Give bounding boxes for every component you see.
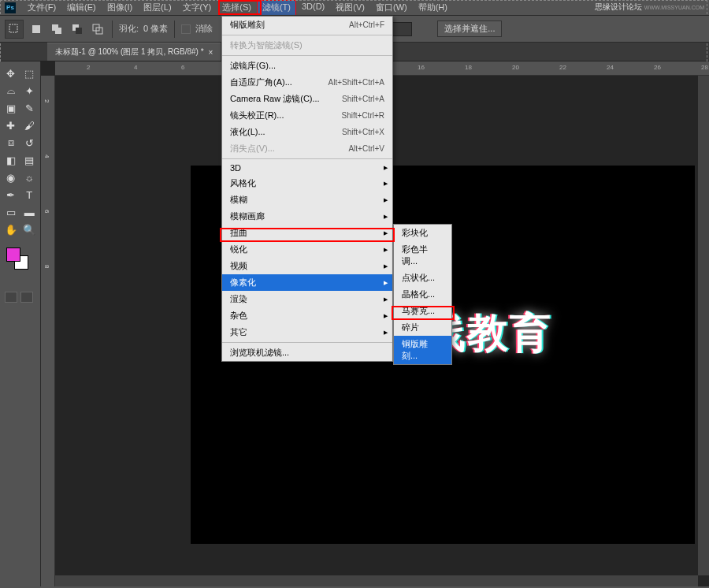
tool-hand[interactable]: ✋: [2, 221, 20, 238]
svg-rect-3: [55, 28, 61, 34]
menu-item-杂色[interactable]: 杂色: [222, 307, 392, 324]
submenu-item-3[interactable]: 晶格化...: [394, 286, 451, 303]
menu-item-渲染[interactable]: 渲染: [222, 291, 392, 307]
menu-item-模糊[interactable]: 模糊: [222, 192, 392, 208]
menu-item-filter-g1-3[interactable]: 镜头校正(R)...Shift+Ctrl+R: [222, 107, 392, 124]
menu-item-filter-g1-4[interactable]: 液化(L)...Shift+Ctrl+X: [222, 124, 392, 140]
tool-healing[interactable]: ✚: [2, 117, 20, 134]
tool-marquee[interactable]: ⬚: [20, 65, 39, 82]
menu-item-filter-g1-1[interactable]: 自适应广角(A)...Alt+Shift+Ctrl+A: [222, 74, 392, 91]
menu-item-视频[interactable]: 视频: [222, 258, 392, 274]
svg-rect-0: [9, 24, 17, 32]
tool-move[interactable]: ✥: [2, 65, 20, 82]
scrollbar-horizontal[interactable]: [55, 575, 698, 586]
tool-stamp[interactable]: ⧈: [2, 134, 20, 151]
menu-item-其它[interactable]: 其它: [222, 324, 392, 341]
screen-mode-icon[interactable]: [20, 292, 33, 303]
menu-item-3D[interactable]: 3D: [222, 161, 392, 175]
menu-item-模糊画廊[interactable]: 模糊画廊: [222, 208, 392, 225]
pixelate-submenu: 彩块化彩色半调...点状化...晶格化...马赛克...碎片铜版雕刻...: [393, 224, 452, 365]
tool-shape[interactable]: ▬: [20, 203, 39, 221]
tool-blur[interactable]: ◉: [2, 169, 20, 186]
tool-dodge[interactable]: ☼: [20, 169, 39, 186]
tool-brush[interactable]: 🖌: [20, 117, 39, 134]
foreground-color[interactable]: [6, 247, 20, 262]
color-swatches[interactable]: [2, 247, 39, 279]
menu-item-last-filter[interactable]: 铜版雕刻Alt+Ctrl+F: [222, 17, 392, 33]
antialias-checkbox[interactable]: [181, 24, 191, 34]
scrollbar-vertical[interactable]: [698, 76, 709, 575]
feather-value[interactable]: 0 像素: [143, 23, 168, 35]
watermark: 思缘设计论坛 WWW.MISSYUAN.COM: [595, 2, 704, 13]
select-and-mask-button[interactable]: 选择并遮住...: [437, 20, 502, 37]
submenu-item-2[interactable]: 点状化...: [394, 270, 451, 286]
svg-rect-1: [32, 25, 40, 33]
menu-item-像素化[interactable]: 像素化: [222, 274, 392, 291]
menu-item-filter-g1-2[interactable]: Camera Raw 滤镜(C)...Shift+Ctrl+A: [222, 91, 392, 107]
menu-item-锐化[interactable]: 锐化: [222, 241, 392, 258]
submenu-item-0[interactable]: 彩块化: [394, 225, 451, 241]
menu-item-扭曲[interactable]: 扭曲: [222, 225, 392, 241]
tool-eraser[interactable]: ◧: [2, 151, 20, 169]
tool-pen[interactable]: ✒: [2, 186, 20, 203]
toolbox: ✥⬚⌓✦▣✎✚🖌⧈↺◧▤◉☼✒T▭▬✋🔍: [0, 61, 41, 586]
submenu-item-5[interactable]: 碎片: [394, 319, 451, 336]
selection-intersect-icon[interactable]: [90, 21, 106, 37]
submenu-item-4[interactable]: 马赛克...: [394, 303, 451, 319]
tool-magic-wand[interactable]: ✦: [20, 82, 39, 99]
tool-type[interactable]: T: [20, 186, 39, 203]
menu-item-convert-smart: 转换为智能滤镜(S): [222, 37, 392, 54]
tool-history-brush[interactable]: ↺: [20, 134, 39, 151]
selection-new-icon[interactable]: [28, 21, 44, 37]
feather-label: 羽化:: [119, 23, 139, 35]
menu-item-browse-online[interactable]: 浏览联机滤镜...: [222, 344, 392, 361]
svg-rect-5: [76, 28, 82, 34]
antialias-label: 消除: [195, 23, 213, 35]
selection-add-icon[interactable]: [49, 21, 65, 37]
submenu-item-6[interactable]: 铜版雕刻...: [394, 336, 451, 364]
menu-item-filter-g1-5: 消失点(V)...Alt+Ctrl+V: [222, 140, 392, 157]
selection-subtract-icon[interactable]: [69, 21, 85, 37]
menu-item-filter-g1-0[interactable]: 滤镜库(G)...: [222, 58, 392, 74]
tool-path-select[interactable]: ▭: [2, 203, 20, 221]
ruler-vertical: 2468: [41, 76, 55, 586]
tool-eyedropper[interactable]: ✎: [20, 99, 39, 117]
quick-mask-icon[interactable]: [5, 292, 17, 303]
filter-menu-dropdown: 铜版雕刻Alt+Ctrl+F 转换为智能滤镜(S) 滤镜库(G)...自适应广角…: [221, 16, 393, 362]
tool-lasso[interactable]: ⌓: [2, 82, 20, 99]
tool-crop[interactable]: ▣: [2, 99, 20, 117]
tool-gradient[interactable]: ▤: [20, 151, 39, 169]
tool-preset[interactable]: [5, 20, 24, 39]
tool-zoom[interactable]: 🔍: [20, 221, 39, 238]
menu-item-风格化[interactable]: 风格化: [222, 175, 392, 192]
submenu-item-1[interactable]: 彩色半调...: [394, 241, 451, 270]
